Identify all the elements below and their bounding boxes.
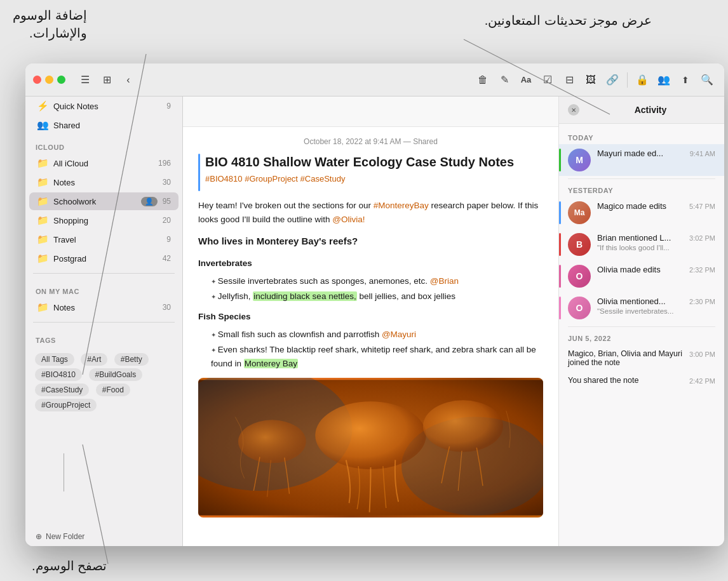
sidebar-item-notes-icloud[interactable]: 📁 Notes 30 <box>29 173 179 191</box>
note-invertebrates-item2: Jellyfish, including black sea nettles, … <box>208 290 543 304</box>
divider-yesterday-jun <box>568 326 715 327</box>
sidebar-item-postgrad[interactable]: 📁 Postgrad 42 <box>29 250 179 267</box>
note-sub1-title: Invertebrates <box>198 257 543 270</box>
new-folder-label: New Folder <box>46 532 84 541</box>
sidebar-item-shopping[interactable]: 📁 Shopping 20 <box>29 211 179 229</box>
back-icon[interactable]: ‹ <box>119 70 138 90</box>
joined-time: 3:00 PM <box>689 351 715 358</box>
jun-label: JUN 5, 2022 <box>559 330 724 345</box>
note-fish-item1: Small fish such as clownfish and parrotf… <box>208 328 543 342</box>
note-sub2-title: Fish Species <box>198 310 543 324</box>
activity-close-button[interactable]: ✕ <box>568 104 579 116</box>
delete-icon[interactable]: 🗑 <box>473 70 492 90</box>
notes-mac-count: 30 <box>163 303 171 312</box>
grid-view-icon[interactable]: ⊞ <box>97 70 116 90</box>
magico-text-area: Magico made edits <box>597 201 683 211</box>
maximize-button[interactable] <box>57 76 65 84</box>
tag-all-tags[interactable]: All Tags <box>35 353 74 366</box>
brian-time: 3:02 PM <box>689 234 715 242</box>
shopping-label: Shopping <box>53 216 158 225</box>
app-window: ☰ ⊞ ‹ 🗑 ✎ Aa ☑ ⊟ 🖼 🔗 🔒 👥 ⬆ 🔍 ⚡ Quick Not… <box>25 63 724 546</box>
brian-action: Brian mentioned L... <box>597 233 683 243</box>
note-highlight-jellyfish: including black sea nettles, <box>253 291 356 301</box>
schoolwork-badge: 👤 <box>141 197 158 206</box>
sidebar-item-notes-mac[interactable]: 📁 Notes 30 <box>29 298 179 316</box>
sidebar-item-travel[interactable]: 📁 Travel 9 <box>29 230 179 248</box>
tag-groupproject[interactable]: #GroupProject <box>35 399 97 411</box>
shopping-count: 20 <box>163 216 171 225</box>
note-jellyfish-image <box>198 378 543 518</box>
collab-icon[interactable]: 🔗 <box>603 70 622 90</box>
note-section1-title: Who lives in Monterey Bay's reefs? <box>198 234 543 249</box>
note-content-area: October 18, 2022 at 9:41 AM — Shared BIO… <box>183 97 559 546</box>
annotation-top-right: عرض موجز تحديثات المتعاونين. <box>485 11 652 29</box>
sidebar-item-allicloud[interactable]: 📁 All iCloud 196 <box>29 154 179 172</box>
olivia-mentioned-text-area: Olivia mentioned... "Sessile invertebrat… <box>597 297 683 315</box>
postgrad-icon: 📁 <box>37 253 48 264</box>
collab-people-icon[interactable]: 👥 <box>654 70 673 90</box>
mayuri-text-area: Mayuri made ed... <box>597 149 684 158</box>
note-intro-para: Hey team! I've broken out the sections f… <box>198 199 543 226</box>
magico-action: Magico made edits <box>597 201 683 211</box>
tag-bio4810[interactable]: #BIO4810 <box>35 368 82 381</box>
svg-point-7 <box>238 420 306 464</box>
svg-point-6 <box>315 402 426 470</box>
note-title-section: BIO 4810 Shallow Water Ecology Case Stud… <box>198 154 543 191</box>
shared-text-area: You shared the note <box>568 376 683 385</box>
activity-item-olivia-mentioned[interactable]: O Olivia mentioned... "Sessile invertebr… <box>559 292 724 324</box>
divider-today-yesterday <box>568 178 715 179</box>
new-folder-icon: ⊕ <box>36 532 42 541</box>
minimize-button[interactable] <box>45 76 53 84</box>
tag-art[interactable]: #Art <box>81 353 107 366</box>
lock-icon[interactable]: 🔒 <box>633 70 652 90</box>
note-tags: #BIO4810 #GroupProject #CaseStudy <box>205 174 514 184</box>
new-folder-button[interactable]: ⊕ New Folder <box>25 527 182 546</box>
notes-mac-icon: 📁 <box>37 302 48 313</box>
svg-point-8 <box>423 401 503 452</box>
activity-item-brian[interactable]: B Brian mentioned L... "If this looks go… <box>559 229 724 260</box>
activity-item-magico[interactable]: Ma Magico made edits 5:47 PM <box>559 197 724 229</box>
mac-section-label: On My Mac <box>25 279 182 298</box>
activity-item-joined[interactable]: Magico, Brian, Olivia and Mayuri joined … <box>559 345 724 371</box>
search-icon[interactable]: 🔍 <box>698 70 717 90</box>
activity-item-mayuri[interactable]: M Mayuri made ed... 9:41 AM <box>559 144 724 176</box>
activity-item-olivia-edits[interactable]: O Olivia made edits 2:32 PM <box>559 260 724 292</box>
sidebar-item-schoolwork[interactable]: 📁 Schoolwork 👤 95 <box>29 192 179 210</box>
annotation-top-left: إضافة الوسوم والإشارات. <box>13 6 87 42</box>
annotation-vert-line <box>64 453 64 491</box>
shared-label: Shared <box>53 121 171 130</box>
tag-buildgoals[interactable]: #BuildGoals <box>89 368 143 381</box>
close-button[interactable] <box>33 76 41 84</box>
olivia-mentioned-action: Olivia mentioned... <box>597 297 683 306</box>
format-text-icon[interactable]: Aa <box>516 70 536 90</box>
olivia-mentioned-bar <box>559 297 561 319</box>
edit-icon[interactable]: ✎ <box>495 70 514 90</box>
schoolwork-count: 95 <box>163 197 171 206</box>
sidebar-item-shared[interactable]: 👥 Shared <box>29 116 179 134</box>
sidebar-item-quicknotes[interactable]: ⚡ Quick Notes 9 <box>29 97 179 115</box>
list-view-icon[interactable]: ☰ <box>76 70 95 90</box>
quicknotes-icon: ⚡ <box>37 100 48 112</box>
shopping-icon: 📁 <box>37 215 48 226</box>
joined-text-area: Magico, Brian, Olivia and Mayuri joined … <box>568 349 683 367</box>
note-body-text: Hey team! I've broken out the sections f… <box>198 199 543 518</box>
checklist-icon[interactable]: ☑ <box>538 70 557 90</box>
activity-panel: ✕ Activity TODAY M Mayuri made ed... 9:4… <box>559 97 724 546</box>
media-icon[interactable]: 🖼 <box>581 70 600 90</box>
note-left-bar <box>198 154 200 191</box>
note-mention-olivia: @Olivia! <box>332 215 365 224</box>
note-title-area: BIO 4810 Shallow Water Ecology Case Stud… <box>205 154 514 191</box>
share-icon[interactable]: ⬆ <box>676 70 695 90</box>
activity-title: Activity <box>586 105 715 115</box>
activity-item-shared[interactable]: You shared the note 2:42 PM <box>559 371 724 389</box>
note-highlight-monterey: Monterey Bay <box>244 359 298 368</box>
today-label: TODAY <box>559 129 724 144</box>
tag-casestudy[interactable]: #CaseStudy <box>35 384 89 396</box>
notes-mac-label: Notes <box>53 303 158 312</box>
table-icon[interactable]: ⊟ <box>560 70 579 90</box>
tag-betty[interactable]: #Betty <box>114 353 149 366</box>
tag-food[interactable]: #Food <box>96 384 130 396</box>
mayuri-avatar: M <box>568 149 591 171</box>
magico-avatar: Ma <box>568 201 591 224</box>
mayuri-time: 9:41 AM <box>690 150 715 157</box>
